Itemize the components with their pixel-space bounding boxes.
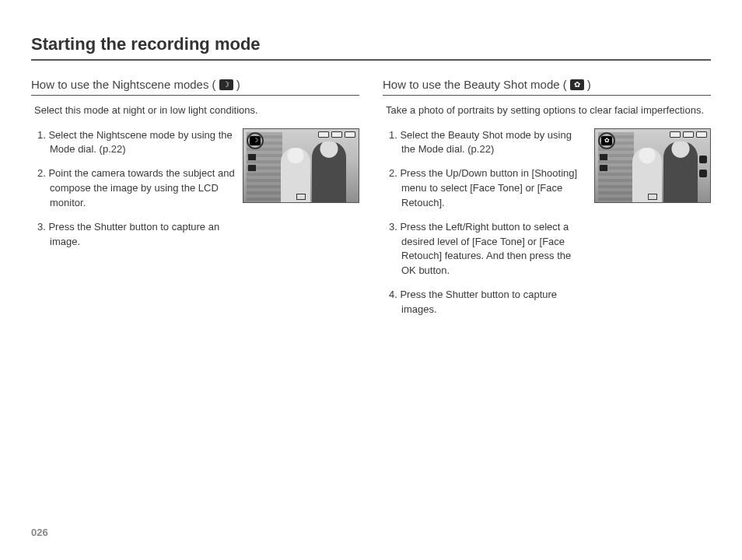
heading-text-pre: How to use the Nightscene modes ( — [31, 78, 216, 91]
page-title: Starting the recording mode — [31, 34, 711, 61]
beautyshot-mode-icon: ✿ — [570, 79, 584, 90]
nightscene-heading: How to use the Nightscene modes ( ☽ ) — [31, 78, 359, 96]
counter-icon — [670, 131, 681, 138]
osd-top-icons — [670, 131, 707, 138]
heading-text-post: ) — [587, 78, 591, 91]
two-column-layout: How to use the Nightscene modes ( ☽ ) Se… — [31, 78, 711, 327]
nightscene-lcd-preview: ☽ — [243, 128, 359, 203]
battery-icon — [345, 131, 355, 138]
beautyshot-intro: Take a photo of portraits by setting opt… — [386, 103, 711, 117]
face-tone-icon — [699, 156, 707, 163]
quality-icon — [248, 165, 256, 171]
storage-icon — [683, 131, 694, 138]
osd-top-icons — [318, 131, 355, 138]
battery-icon — [696, 131, 707, 138]
osd-bottom-icon — [296, 194, 306, 200]
osd-left-icons — [600, 154, 607, 171]
beautyshot-lcd-preview: ✿ — [594, 128, 711, 203]
resolution-icon — [248, 154, 256, 160]
storage-icon — [331, 131, 342, 138]
left-column: How to use the Nightscene modes ( ☽ ) Se… — [31, 78, 359, 327]
step: 2. Point the camera towards the subject … — [31, 166, 235, 211]
step: 3. Press the Shutter button to capture a… — [31, 220, 235, 250]
right-column: How to use the Beauty Shot mode ( ✿ ) Ta… — [383, 78, 711, 327]
nightscene-mode-icon: ☽ — [250, 136, 261, 145]
mode-indicator-circle: ✿ — [598, 132, 615, 149]
preview-subject — [663, 142, 698, 202]
step: 2. Press the Up/Down button in [Shooting… — [383, 166, 586, 211]
step: 1. Select the Beauty Shot mode by using … — [383, 128, 586, 158]
beautyshot-steps: 1. Select the Beauty Shot mode by using … — [383, 128, 586, 327]
counter-icon — [318, 131, 329, 138]
preview-subject — [632, 148, 662, 202]
nightscene-intro: Select this mode at night or in low ligh… — [34, 103, 359, 117]
page-number: 026 — [31, 527, 48, 538]
beautyshot-heading: How to use the Beauty Shot mode ( ✿ ) — [383, 78, 711, 96]
face-retouch-icon — [699, 170, 707, 177]
preview-subject — [281, 148, 310, 202]
osd-bottom-icon — [648, 194, 657, 200]
osd-left-icons — [248, 154, 256, 171]
nightscene-body: 1. Select the Nightscene mode by using t… — [31, 128, 359, 259]
step: 1. Select the Nightscene mode by using t… — [31, 128, 235, 158]
beautyshot-body: 1. Select the Beauty Shot mode by using … — [383, 128, 711, 327]
resolution-icon — [600, 154, 607, 160]
manual-page: Starting the recording mode How to use t… — [0, 0, 742, 560]
heading-text-post: ) — [236, 78, 240, 91]
step: 3. Press the Left/Right button to select… — [383, 220, 586, 278]
osd-right-icons — [699, 156, 707, 177]
mode-indicator-circle: ☽ — [247, 132, 264, 149]
nightscene-steps: 1. Select the Nightscene mode by using t… — [31, 128, 235, 259]
beautyshot-mode-icon: ✿ — [601, 136, 612, 145]
nightscene-mode-icon: ☽ — [219, 79, 233, 90]
preview-subject — [312, 142, 346, 202]
quality-icon — [600, 165, 607, 171]
heading-text-pre: How to use the Beauty Shot mode ( — [383, 78, 567, 91]
step: 4. Press the Shutter button to capture i… — [383, 288, 586, 317]
